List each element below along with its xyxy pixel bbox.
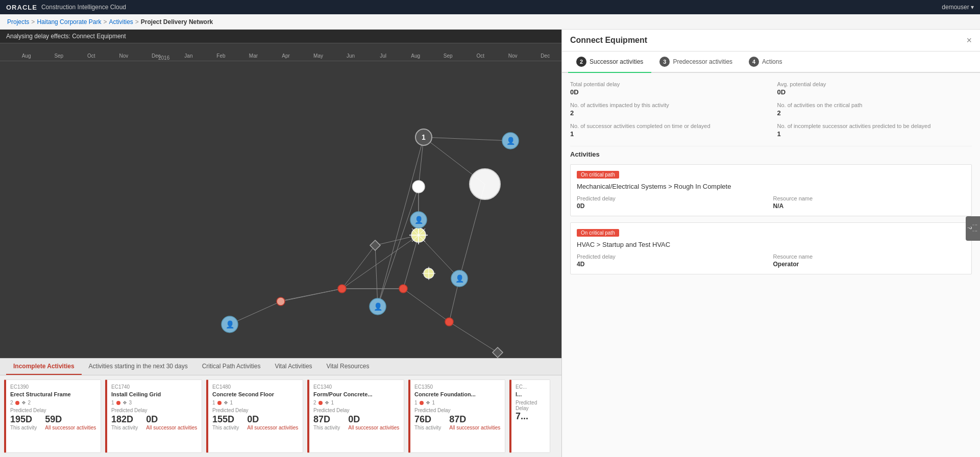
card-this-delay: 195D [10, 414, 37, 425]
right-panel-tabs: 2 Successor activities 3 Predecessor act… [562, 52, 980, 73]
activity-card-ec1740[interactable]: EC1740 Install Ceiling Grid 1❖3 Predicte… [105, 379, 202, 453]
card-this-delay: 155D [212, 414, 239, 425]
topbar-left: ORACLE Construction Intelligence Cloud [6, 4, 126, 11]
breadcrumb-haitang[interactable]: Haitang Corporate Park [37, 18, 101, 26]
bottom-section: Incomplete Activities Activities startin… [0, 358, 561, 457]
card-delay-label: Predicted Delay [516, 400, 546, 411]
stat-critical: No. of activities on the critical path 2 [777, 102, 972, 117]
svg-point-48 [399, 285, 407, 293]
tl-oct2: Oct [464, 53, 497, 59]
stats-grid: Total potential delay 0D Avg. potential … [570, 81, 972, 138]
breadcrumb-projects[interactable]: Projects [7, 18, 29, 26]
stat-completed-val: 1 [570, 130, 765, 138]
tab-successor-activities[interactable]: 2 Successor activities [568, 52, 651, 73]
tab-num-3: 3 [659, 57, 670, 67]
activity-card-partial[interactable]: EC... I... Predicted Delay 7... [509, 379, 550, 453]
card-id: EC1390 [10, 384, 96, 390]
network-canvas[interactable]: 1 [0, 61, 561, 358]
card-icons: 2❖1 [313, 400, 400, 405]
card-this-delay: 76D [414, 414, 441, 425]
activity-item-2[interactable]: On critical path HVAC > Startup and Test… [570, 222, 972, 274]
card-succ-delay: 87D [449, 414, 500, 425]
card-succ-label: All successor activities [45, 425, 96, 430]
timeline-header: Aug Sep Oct Nov Dec Jan Feb Mar Apr May … [0, 43, 561, 61]
card-id: EC1350 [414, 384, 501, 390]
svg-text:1: 1 [422, 133, 426, 141]
stat-avg-delay-label: Avg. potential delay [777, 81, 972, 87]
stat-critical-val: 2 [777, 109, 972, 117]
activity-item-body-2: On critical path HVAC > Startup and Test… [571, 223, 971, 274]
tl-aug2: Aug [399, 53, 432, 59]
tl-oct1: Oct [75, 53, 108, 59]
critical-badge-2: On critical path [577, 229, 619, 237]
card-delays: 155D This activity 0D All successor acti… [212, 414, 299, 430]
stat-total-delay-val: 0D [570, 88, 765, 96]
card-name: Erect Structural Frame [10, 391, 96, 398]
activity-card-ec1480[interactable]: EC1480 Concrete Second Floor 1❖1 Predict… [206, 379, 303, 453]
card-icons: 1❖3 [111, 400, 198, 405]
card-this-delay: 182D [111, 414, 138, 425]
right-panel-title: Connect Equipment [570, 36, 647, 45]
activity-delay-label-2: Predicted delay [577, 253, 769, 260]
tl-feb: Feb [205, 53, 237, 59]
activity-path-2: HVAC > Startup and Test HVAC [577, 241, 965, 248]
tl-aug1: Aug [10, 53, 43, 59]
oracle-logo: ORACLE [6, 4, 37, 11]
card-delays: 76D This activity 87D All successor acti… [414, 414, 501, 430]
help-button[interactable]: ⋮⋮? [966, 216, 980, 241]
activity-card-ec1390[interactable]: EC1390 Erect Structural Frame 2❖2 Predic… [4, 379, 101, 453]
right-panel-header: Connect Equipment × [562, 30, 980, 52]
breadcrumb-activities[interactable]: Activities [109, 18, 133, 26]
activities-section: Activities On critical path Mechanical/E… [570, 150, 972, 274]
tab-label-predecessor: Predecessor activities [673, 58, 732, 65]
breadcrumb: Projects > Haitang Corporate Park > Acti… [0, 14, 980, 30]
tl-jun: Jun [334, 53, 367, 59]
tl-may: May [302, 53, 335, 59]
card-name: Install Ceiling Grid [111, 391, 198, 398]
stat-critical-label: No. of activities on the critical path [777, 102, 972, 108]
card-this-label: This activity [10, 425, 37, 430]
card-this-label: This activity [111, 425, 138, 430]
tab-incomplete-activities[interactable]: Incomplete Activities [6, 359, 82, 375]
tab-actions[interactable]: 4 Actions [741, 52, 790, 73]
activity-resource-val-1: N/A [773, 202, 966, 210]
card-succ-delay: 59D [45, 414, 96, 425]
card-name: Concrete Foundation... [414, 391, 501, 398]
svg-point-50 [277, 297, 285, 306]
activity-item-1[interactable]: On critical path Mechanical/Electrical S… [570, 164, 972, 216]
top-navigation-bar: ORACLE Construction Intelligence Cloud d… [0, 0, 980, 14]
activity-card-ec1350[interactable]: EC1350 Concrete Foundation... 1❖1 Predic… [408, 379, 505, 453]
stat-impacted: No. of activities impacted by this activ… [570, 102, 765, 117]
card-delay-label: Predicted Delay [111, 408, 198, 413]
activity-card-ec1340[interactable]: EC1340 Form/Pour Concrete... 2❖1 Predict… [307, 379, 404, 453]
card-delay-label: Predicted Delay [212, 408, 299, 413]
tl-sep1: Sep [43, 53, 76, 59]
tab-next30-activities[interactable]: Activities starting in the next 30 days [82, 359, 195, 375]
card-succ-delay: 0D [146, 414, 197, 425]
tab-critical-path[interactable]: Critical Path Activities [195, 359, 268, 375]
svg-text:👤: 👤 [374, 302, 383, 311]
card-delays: 182D This activity 0D All successor acti… [111, 414, 198, 430]
card-id: EC... [516, 384, 546, 390]
tab-vital-activities[interactable]: Vital Activities [267, 359, 319, 375]
tab-predecessor-activities[interactable]: 3 Predecessor activities [651, 52, 741, 73]
app-title: Construction Intelligence Cloud [41, 4, 126, 11]
activity-delay-val-1: 0D [577, 202, 769, 210]
stat-incomplete-label: No. of incomplete successor activities p… [777, 123, 972, 129]
tl-apr: Apr [270, 53, 302, 59]
breadcrumb-current: Project Delivery Network [141, 18, 213, 26]
svg-point-26 [412, 181, 425, 193]
svg-point-25 [470, 169, 500, 199]
card-this-delay: 87D [313, 414, 340, 425]
tl-year: 2016 [158, 55, 169, 61]
svg-text:👤: 👤 [455, 274, 464, 283]
card-this-delay: 7... [516, 411, 546, 422]
bottom-cards: EC1390 Erect Structural Frame 2❖2 Predic… [0, 375, 561, 457]
stat-incomplete-val: 1 [777, 130, 972, 138]
card-this-label: This activity [414, 425, 441, 430]
activity-delay-label-1: Predicted delay [577, 195, 769, 201]
card-succ-delay: 0D [247, 414, 298, 425]
tab-vital-resources[interactable]: Vital Resources [320, 359, 377, 375]
close-button[interactable]: × [966, 36, 972, 45]
user-menu[interactable]: demouser ▾ [942, 4, 974, 11]
